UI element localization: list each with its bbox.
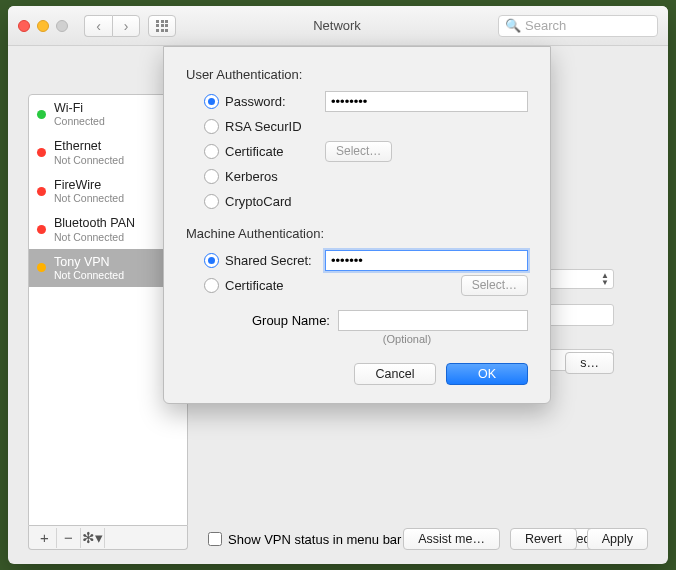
- radio-shared-secret[interactable]: [204, 253, 219, 268]
- auth-settings-sheet: User Authentication: Password: RSA Secur…: [163, 46, 551, 404]
- radio-kerberos-label: Kerberos: [225, 169, 319, 184]
- status-led-icon: [37, 148, 46, 157]
- radio-cryptocard-label: CryptoCard: [225, 194, 319, 209]
- add-service-button[interactable]: +: [33, 528, 57, 548]
- optional-hint: (Optional): [286, 333, 528, 345]
- search-input[interactable]: 🔍 Search: [498, 15, 658, 37]
- network-prefs-window: ‹ › Network 🔍 Search Wi-FiConnected Ethe…: [8, 6, 668, 564]
- forward-button[interactable]: ›: [112, 15, 140, 37]
- user-auth-kerberos-row[interactable]: Kerberos: [204, 165, 528, 187]
- machine-auth-cert-row[interactable]: Certificate Select…: [204, 274, 528, 296]
- revert-button[interactable]: Revert: [510, 528, 577, 550]
- user-auth-cryptocard-row[interactable]: CryptoCard: [204, 190, 528, 212]
- user-auth-cert-row[interactable]: Certificate Select…: [204, 140, 528, 162]
- service-status: Not Connected: [54, 192, 124, 204]
- service-name: Bluetooth PAN: [54, 216, 135, 230]
- sheet-buttons: Cancel OK: [186, 363, 528, 385]
- search-placeholder: Search: [525, 18, 566, 33]
- auth-settings-button[interactable]: s…: [565, 352, 614, 374]
- radio-rsa[interactable]: [204, 119, 219, 134]
- titlebar: ‹ › Network 🔍 Search: [8, 6, 668, 46]
- radio-machine-certificate[interactable]: [204, 278, 219, 293]
- service-status: Not Connected: [54, 269, 124, 281]
- group-name-label: Group Name:: [252, 313, 330, 328]
- service-name: Ethernet: [54, 139, 124, 153]
- service-status: Connected: [54, 115, 105, 127]
- service-status: Not Connected: [54, 231, 135, 243]
- machine-auth-heading: Machine Authentication:: [186, 226, 528, 241]
- status-led-icon: [37, 187, 46, 196]
- minimize-icon[interactable]: [37, 20, 49, 32]
- radio-cryptocard[interactable]: [204, 194, 219, 209]
- show-vpn-checkbox[interactable]: [208, 532, 222, 546]
- select-cert-button: Select…: [325, 141, 392, 162]
- window-controls: [18, 20, 68, 32]
- apply-button[interactable]: Apply: [587, 528, 648, 550]
- group-name-field[interactable]: [338, 310, 528, 331]
- assist-button[interactable]: Assist me…: [403, 528, 500, 550]
- search-icon: 🔍: [505, 18, 521, 33]
- back-button[interactable]: ‹: [84, 15, 112, 37]
- user-auth-password-row[interactable]: Password:: [204, 90, 528, 112]
- status-led-icon: [37, 263, 46, 272]
- close-icon[interactable]: [18, 20, 30, 32]
- radio-password-label: Password:: [225, 94, 319, 109]
- user-auth-heading: User Authentication:: [186, 67, 528, 82]
- services-footer: + − ✻▾: [28, 526, 188, 550]
- service-actions-button[interactable]: ✻▾: [81, 528, 105, 548]
- radio-machine-certificate-label: Certificate: [225, 278, 319, 293]
- radio-certificate-label: Certificate: [225, 144, 319, 159]
- ok-button[interactable]: OK: [446, 363, 528, 385]
- radio-rsa-label: RSA SecurID: [225, 119, 319, 134]
- group-name-row: Group Name:: [186, 310, 528, 331]
- password-field[interactable]: [325, 91, 528, 112]
- action-buttons: Assist me… Revert Apply: [403, 528, 648, 550]
- window-title: Network: [184, 18, 490, 33]
- user-auth-rsa-row[interactable]: RSA SecurID: [204, 115, 528, 137]
- service-status: Not Connected: [54, 154, 124, 166]
- radio-password[interactable]: [204, 94, 219, 109]
- cancel-button[interactable]: Cancel: [354, 363, 436, 385]
- shared-secret-field[interactable]: [325, 250, 528, 271]
- service-name: Wi-Fi: [54, 101, 105, 115]
- select-machine-cert-button: Select…: [461, 275, 528, 296]
- status-led-icon: [37, 225, 46, 234]
- radio-certificate[interactable]: [204, 144, 219, 159]
- nav-back-forward: ‹ ›: [84, 15, 140, 37]
- radio-kerberos[interactable]: [204, 169, 219, 184]
- radio-shared-secret-label: Shared Secret:: [225, 253, 319, 268]
- machine-auth-shared-row[interactable]: Shared Secret:: [204, 249, 528, 271]
- remove-service-button[interactable]: −: [57, 528, 81, 548]
- show-vpn-label: Show VPN status in menu bar: [228, 532, 401, 547]
- zoom-icon: [56, 20, 68, 32]
- service-name: FireWire: [54, 178, 124, 192]
- service-name: Tony VPN: [54, 255, 124, 269]
- status-led-icon: [37, 110, 46, 119]
- show-all-button[interactable]: [148, 15, 176, 37]
